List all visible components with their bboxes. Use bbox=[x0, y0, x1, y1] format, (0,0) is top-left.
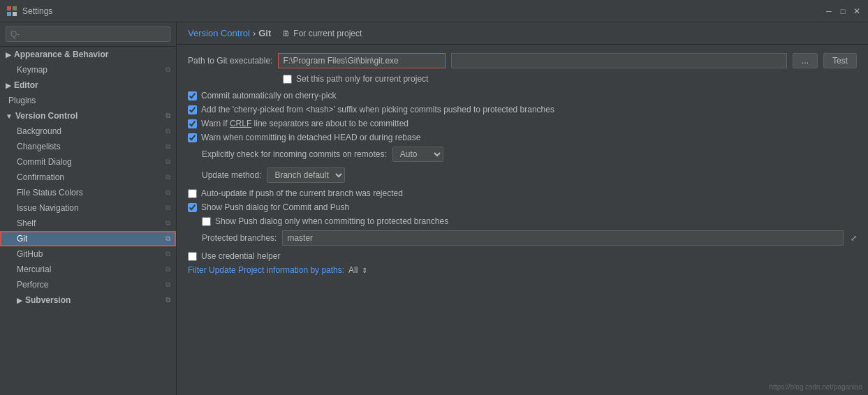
auto-update-label: Auto-update if push of the current branc… bbox=[201, 188, 403, 198]
sidebar-item-label: Changelists bbox=[17, 142, 61, 151]
sidebar-item-changelists[interactable]: Changelists ⧉ bbox=[0, 139, 176, 154]
sidebar-item-mercurial[interactable]: Mercurial ⧉ bbox=[0, 262, 176, 277]
breadcrumb-separator: › bbox=[253, 28, 256, 38]
copy-icon: ⧉ bbox=[165, 204, 170, 212]
sidebar-item-label: Plugins bbox=[8, 96, 36, 105]
browse-button[interactable]: ... bbox=[793, 53, 818, 68]
auto-update-checkbox[interactable] bbox=[188, 189, 197, 198]
sidebar-item-subversion[interactable]: ▶ Subversion ⧉ bbox=[0, 292, 176, 308]
sidebar-item-label: GitHub bbox=[17, 249, 43, 259]
sidebar-item-shelf[interactable]: Shelf ⧉ bbox=[0, 216, 176, 231]
content-header: Version Control › Git 🗎 For current proj… bbox=[177, 22, 868, 45]
for-current-project[interactable]: 🗎 For current project bbox=[282, 29, 362, 38]
auto-update-row: Auto-update if push of the current branc… bbox=[188, 188, 857, 198]
chevron-down-icon: ▼ bbox=[6, 112, 13, 120]
sidebar-item-appearance[interactable]: ▶ Appearance & Behavior bbox=[0, 47, 176, 62]
watermark: https://blog.csdn.net/paganiao bbox=[770, 383, 862, 391]
sidebar-item-perforce[interactable]: Perforce ⧉ bbox=[0, 277, 176, 292]
credential-helper-label: Use credential helper bbox=[201, 251, 280, 261]
breadcrumb-parent[interactable]: Version Control bbox=[188, 28, 250, 38]
show-push-dialog-checkbox[interactable] bbox=[188, 203, 197, 212]
copy-icon: ⧉ bbox=[165, 112, 170, 120]
sidebar-item-keymap[interactable]: Keymap ⧉ bbox=[0, 62, 176, 77]
chevron-right-icon: ▶ bbox=[6, 51, 11, 59]
sidebar-item-label: Perforce bbox=[17, 280, 48, 290]
sidebar-item-label: Shelf bbox=[17, 218, 36, 228]
cherry-pick-label: Commit automatically on cherry-pick bbox=[201, 91, 336, 100]
protected-branches-input[interactable] bbox=[282, 230, 844, 246]
sidebar-item-label: Appearance & Behavior bbox=[14, 50, 108, 59]
svg-rect-1 bbox=[13, 6, 17, 10]
sidebar-item-git[interactable]: Git ⧉ bbox=[0, 231, 176, 246]
filter-value: All bbox=[348, 265, 358, 275]
sidebar-item-label: Version Control bbox=[15, 111, 78, 121]
minimize-button[interactable]: ─ bbox=[823, 6, 834, 17]
incoming-commits-select[interactable]: Auto Always Never bbox=[392, 147, 443, 162]
titlebar: Settings ─ □ ✕ bbox=[0, 0, 868, 22]
sidebar-item-label: Background bbox=[17, 126, 61, 136]
copy-icon: ⧉ bbox=[165, 127, 170, 135]
sidebar-item-editor[interactable]: ▶ Editor bbox=[0, 77, 176, 93]
sidebar-item-label: Git bbox=[17, 234, 27, 244]
copy-icon: ⧉ bbox=[165, 158, 170, 166]
incoming-commits-row: Explicitly check for incoming commits on… bbox=[188, 147, 857, 162]
for-project-label: For current project bbox=[293, 29, 362, 38]
hash-suffix-label: Add the 'cherry-picked from <hash>' suff… bbox=[201, 105, 554, 114]
sidebar-item-issue-navigation[interactable]: Issue Navigation ⧉ bbox=[0, 200, 176, 216]
set-path-row: Set this path only for current project bbox=[188, 74, 857, 84]
sidebar-item-confirmation[interactable]: Confirmation ⧉ bbox=[0, 170, 176, 185]
sidebar-item-label: Issue Navigation bbox=[17, 203, 79, 213]
cherry-pick-checkbox[interactable] bbox=[188, 91, 197, 100]
sidebar-item-github[interactable]: GitHub ⧉ bbox=[0, 246, 176, 262]
filter-label: Filter Update Project information by pat… bbox=[188, 265, 344, 275]
filter-arrows[interactable]: ⇕ bbox=[362, 267, 367, 274]
show-push-dialog-row: Show Push dialog for Commit and Push bbox=[188, 202, 857, 212]
project-icon: 🗎 bbox=[282, 29, 290, 38]
copy-icon: ⧉ bbox=[165, 188, 170, 197]
sidebar-item-label: Commit Dialog bbox=[17, 157, 72, 167]
hash-suffix-row: Add the 'cherry-picked from <hash>' suff… bbox=[188, 105, 857, 114]
show-push-dialog-sub-checkbox[interactable] bbox=[202, 217, 211, 226]
content-body: Path to Git executable: ... Test Set thi… bbox=[177, 45, 868, 283]
copy-icon: ⧉ bbox=[165, 66, 170, 74]
filter-row: Filter Update Project information by pat… bbox=[188, 265, 857, 275]
update-method-label: Update method: bbox=[202, 170, 261, 180]
copy-icon: ⧉ bbox=[165, 219, 170, 228]
crlf-checkbox[interactable] bbox=[188, 119, 197, 128]
sidebar-item-file-status-colors[interactable]: File Status Colors ⧉ bbox=[0, 185, 176, 200]
test-button[interactable]: Test bbox=[823, 53, 857, 68]
search-input[interactable] bbox=[6, 27, 170, 42]
copy-icon: ⧉ bbox=[165, 234, 170, 243]
maximize-button[interactable]: □ bbox=[837, 6, 848, 17]
protected-branches-label: Protected branches: bbox=[202, 233, 277, 243]
path-input[interactable] bbox=[278, 53, 446, 68]
close-button[interactable]: ✕ bbox=[851, 6, 862, 17]
expand-icon[interactable]: ⤢ bbox=[851, 234, 857, 243]
sidebar-item-label: Subversion bbox=[25, 295, 71, 305]
path-input-extra[interactable] bbox=[451, 53, 787, 68]
incoming-commits-label: Explicitly check for incoming commits on… bbox=[202, 149, 387, 159]
credential-helper-row: Use credential helper bbox=[188, 251, 857, 261]
sidebar-item-plugins[interactable]: Plugins bbox=[0, 93, 176, 108]
sidebar-item-version-control[interactable]: ▼ Version Control ⧉ bbox=[0, 108, 176, 124]
crlf-label: Warn if CRLF line separators are about t… bbox=[201, 119, 409, 128]
sidebar-item-background[interactable]: Background ⧉ bbox=[0, 124, 176, 139]
chevron-right-icon: ▶ bbox=[6, 82, 11, 89]
sidebar-item-commit-dialog[interactable]: Commit Dialog ⧉ bbox=[0, 154, 176, 170]
chevron-right-icon: ▶ bbox=[17, 297, 22, 304]
set-path-checkbox[interactable] bbox=[283, 75, 292, 84]
hash-suffix-checkbox[interactable] bbox=[188, 105, 197, 114]
copy-icon: ⧉ bbox=[165, 281, 170, 289]
sidebar-item-label: Confirmation bbox=[17, 172, 64, 182]
update-method-select[interactable]: Branch default Merge Rebase bbox=[267, 167, 345, 183]
sidebar-item-label: Editor bbox=[14, 80, 38, 90]
sidebar-item-label: File Status Colors bbox=[17, 188, 83, 198]
update-method-row: Update method: Branch default Merge Reba… bbox=[188, 167, 857, 183]
breadcrumb-current: Git bbox=[258, 28, 271, 38]
svg-rect-3 bbox=[13, 12, 17, 16]
credential-helper-checkbox[interactable] bbox=[188, 252, 197, 261]
svg-rect-2 bbox=[7, 12, 11, 16]
detached-head-checkbox[interactable] bbox=[188, 133, 197, 142]
copy-icon: ⧉ bbox=[165, 173, 170, 181]
path-label: Path to Git executable: bbox=[188, 56, 272, 66]
